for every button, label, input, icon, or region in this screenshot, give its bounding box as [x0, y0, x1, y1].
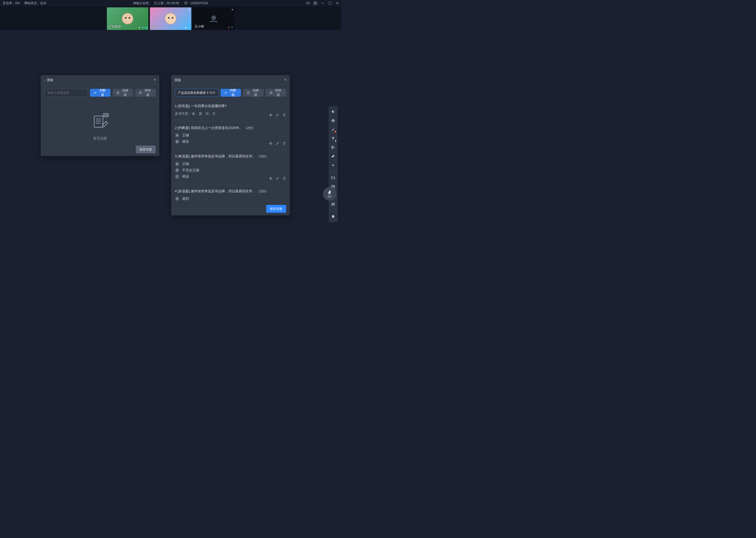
files-icon[interactable] — [329, 174, 337, 182]
scissors-tool-icon[interactable] — [329, 143, 337, 151]
svg-point-32 — [247, 91, 250, 94]
question-item: 2 [判断题] 我国宪法上一次更新是在2020年。 （2分）A正确B错误 — [175, 122, 286, 150]
edit-question-icon[interactable] — [276, 113, 279, 118]
close-panel-icon[interactable] — [283, 78, 287, 82]
option-row[interactable]: A正确 — [175, 133, 286, 138]
network-status: 网络状态：良好 — [24, 1, 46, 6]
mic-muted-icon — [228, 26, 233, 29]
top-bar: 丢包率：0% 网络状态：良好 神秘大自然 已上课：02:34:09 ID：202… — [0, 0, 341, 6]
quiz-panel-empty: ‹ 测验 判断题 选择题 简答题 — [41, 75, 159, 156]
video-tile-1[interactable]: × Nina — [150, 7, 191, 30]
text-tool-icon[interactable] — [329, 134, 337, 142]
svg-point-27 — [106, 115, 106, 115]
question-title: 4 [多选题] 施华洛世奇是反华品牌，所以梁鼎琪反华。 （2分） — [175, 188, 286, 194]
option-text: 错误 — [182, 139, 189, 144]
settings-icon[interactable] — [313, 1, 317, 5]
mic-indicator-icon — [185, 26, 190, 29]
close-window-icon[interactable] — [336, 1, 339, 5]
pen-tool-icon[interactable] — [329, 126, 337, 134]
add-choice-button[interactable]: 选择题 — [113, 89, 133, 97]
option-text: 错误 — [182, 174, 189, 179]
move-question-icon[interactable] — [269, 113, 272, 118]
minimize-icon[interactable] — [321, 1, 324, 5]
svg-point-42 — [333, 204, 333, 204]
add-short-button[interactable]: 简答题 — [135, 89, 156, 97]
cursor-tool-icon[interactable] — [329, 108, 337, 116]
back-icon[interactable]: ‹ — [44, 78, 45, 82]
svg-rect-21 — [94, 116, 103, 128]
svg-point-5 — [139, 27, 140, 28]
video-strip: 叮当老师 × Nina × 王小明 — [0, 6, 341, 30]
question-item: 1 [简答题] 一年四季分别是哪四季?参考答案：春、夏、秋、冬 — [175, 100, 286, 122]
session-id: ID：2020070324 — [184, 1, 208, 6]
question-title: 2 [判断题] 我国宪法上一次更新是在2020年。 （2分） — [175, 125, 286, 131]
svg-rect-6 — [143, 27, 143, 28]
participant-name: 王小明 — [195, 25, 204, 29]
delete-question-icon[interactable] — [282, 113, 286, 118]
delete-question-icon[interactable] — [282, 177, 286, 181]
packet-loss: 丢包率：0% — [3, 1, 20, 6]
mic-indicator-icon — [138, 26, 147, 29]
svg-point-43 — [334, 204, 334, 204]
close-panel-icon[interactable] — [153, 78, 157, 82]
svg-point-38 — [332, 164, 334, 166]
quiz-name-input[interactable] — [175, 89, 218, 97]
option-key: B — [175, 139, 179, 144]
bell-icon[interactable] — [329, 213, 337, 221]
svg-point-7 — [185, 27, 186, 28]
quiz-panel-filled: 测验 判断题 选择题 简答题 1 [简答 — [171, 75, 290, 215]
camera-toggle-icon[interactable] — [306, 1, 310, 5]
fullscreen-icon[interactable] — [328, 1, 332, 5]
option-text: 是的 — [182, 196, 189, 201]
panel-title: 测验 — [174, 78, 181, 82]
course-name: 神秘大自然 — [133, 1, 149, 6]
elapsed-time: 已上课：02:34:09 — [154, 1, 179, 6]
edit-question-icon[interactable] — [276, 177, 279, 181]
eraser-tool-icon[interactable] — [329, 152, 337, 160]
laser-tool-icon[interactable] — [329, 161, 337, 169]
question-title: 1 [简答题] 一年四季分别是哪四季? — [175, 103, 286, 109]
close-tile-icon[interactable]: × — [188, 8, 190, 12]
quiz-name-input[interactable] — [44, 89, 88, 97]
move-question-icon[interactable] — [269, 177, 272, 181]
svg-point-28 — [107, 115, 107, 115]
option-text: 正确 — [182, 162, 189, 166]
move-question-icon[interactable] — [269, 141, 272, 146]
svg-rect-0 — [306, 2, 308, 4]
video-tile-2[interactable]: × 王小明 — [193, 7, 234, 30]
option-key: B — [175, 168, 179, 173]
delete-question-icon[interactable] — [282, 141, 286, 146]
participant-name: 叮当老师 — [109, 25, 121, 29]
video-tile-0[interactable]: 叮当老师 — [107, 7, 148, 30]
option-row[interactable]: A是的 — [175, 196, 286, 201]
main-area: ‹ 测验 判断题 选择题 简答题 — [0, 30, 341, 243]
move-tool-icon[interactable] — [329, 117, 337, 125]
option-text: 不完全正确 — [182, 168, 199, 173]
chat-icon[interactable] — [329, 200, 337, 208]
svg-point-26 — [104, 115, 105, 115]
option-row[interactable]: B不完全正确 — [175, 168, 286, 173]
option-key: A — [175, 162, 179, 166]
participant-name: Nina — [152, 25, 158, 29]
add-choice-button[interactable]: 选择题 — [243, 89, 263, 97]
add-judge-button[interactable]: 判断题 — [220, 89, 241, 97]
svg-point-17 — [117, 91, 119, 94]
question-item: 4 [多选题] 施华洛世奇是反华品牌，所以梁鼎琪反华。 （2分）A是的B不完全正… — [175, 185, 286, 202]
empty-state: 暂无试题 — [44, 100, 156, 143]
save-quiz-button[interactable]: 保存试卷 — [266, 205, 286, 213]
add-judge-button[interactable]: 判断题 — [90, 89, 111, 97]
hand-count: 0/2 — [328, 195, 332, 198]
empty-text: 暂无试题 — [93, 136, 107, 141]
close-tile-icon[interactable]: × — [231, 8, 233, 12]
panel-title: 测验 — [47, 78, 54, 82]
save-quiz-button[interactable]: 保存试卷 — [136, 145, 156, 153]
raise-hand-button[interactable]: 0/2 — [323, 187, 337, 201]
option-key: C — [175, 174, 179, 179]
svg-point-41 — [332, 204, 333, 204]
add-short-button[interactable]: 简答题 — [266, 89, 286, 97]
edit-question-icon[interactable] — [276, 141, 279, 146]
svg-point-10 — [213, 17, 214, 19]
question-title: 3 [单选题] 施华洛世奇是反华品牌，所以梁鼎琪反华。 （2分） — [175, 154, 286, 159]
option-row[interactable]: A正确 — [175, 162, 286, 166]
svg-rect-13 — [232, 27, 233, 28]
